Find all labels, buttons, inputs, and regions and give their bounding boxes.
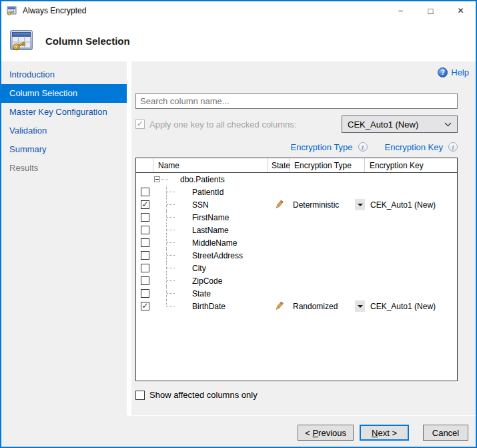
window-controls: – □ ✕ <box>386 1 476 20</box>
wizard-body: Introduction Column Selection Master Key… <box>1 61 476 415</box>
show-affected-checkbox[interactable] <box>135 391 145 400</box>
sidebar-item-master-key-configuration[interactable]: Master Key Configuration <box>1 103 127 122</box>
column-row-ssn[interactable]: SSN Deterministic <box>136 198 457 211</box>
column-name: StreetAddress <box>192 251 243 260</box>
row-checkbox[interactable] <box>141 289 149 298</box>
column-name: City <box>192 264 206 273</box>
column-name: FirstName <box>192 213 229 222</box>
tree-connector <box>166 198 175 211</box>
window-title: Always Encrypted <box>23 6 386 15</box>
wizard-footer: < Previous Next > Cancel <box>1 415 476 447</box>
cek-dropdown[interactable]: CEK_Auto1 (New) <box>342 116 458 133</box>
grid-header-encryption-key: Encryption Key <box>365 158 457 172</box>
sidebar-item-summary[interactable]: Summary <box>1 140 127 159</box>
grid-header-row: Name State Encryption Type Encryption Ke… <box>136 158 457 173</box>
tree-connector <box>166 262 175 274</box>
table-key-icon <box>9 28 35 53</box>
column-name: State <box>192 289 211 298</box>
column-row-state[interactable]: State <box>136 287 457 300</box>
previous-button[interactable]: < Previous <box>298 425 354 441</box>
show-affected-label: Show affected columns only <box>149 390 258 400</box>
cancel-button[interactable]: Cancel <box>423 425 468 441</box>
tree-connector <box>166 249 175 262</box>
encryption-type-dropdown-icon[interactable] <box>355 199 365 210</box>
encryption-key-link[interactable]: Encryption Key <box>385 142 443 152</box>
column-links-row: Encryption Type i Encryption Key i <box>135 141 458 153</box>
encryption-type-value[interactable]: Randomized <box>290 302 355 311</box>
encryption-type-value[interactable]: Deterministic <box>290 200 355 210</box>
row-checkbox[interactable] <box>141 213 149 222</box>
grid-header-encryption-type: Encryption Type <box>290 158 365 172</box>
sidebar-item-column-selection[interactable]: Column Selection <box>1 84 127 103</box>
close-button[interactable]: ✕ <box>446 1 476 20</box>
title-bar: Always Encrypted – □ ✕ <box>1 1 476 20</box>
row-checkbox[interactable] <box>141 188 149 196</box>
columns-grid: Name State Encryption Type Encryption Ke… <box>135 158 458 381</box>
table-group-label: dbo.Patients <box>180 175 225 184</box>
column-row-firstname[interactable]: FirstName <box>136 211 457 224</box>
row-checkbox[interactable] <box>141 302 149 310</box>
column-row-middlename[interactable]: MiddleName <box>136 236 457 249</box>
help-label: Help <box>451 67 469 77</box>
sidebar-item-introduction[interactable]: Introduction <box>1 65 127 84</box>
row-checkbox[interactable] <box>141 276 149 285</box>
column-row-lastname[interactable]: LastName <box>136 224 457 236</box>
pane-separator <box>127 61 131 415</box>
grid-header-state: State <box>268 158 290 172</box>
help-icon: ? <box>438 67 448 77</box>
row-checkbox[interactable] <box>141 264 149 272</box>
maximize-button[interactable]: □ <box>416 1 446 20</box>
always-encrypted-window: Always Encrypted – □ ✕ <box>0 0 477 448</box>
tree-connector <box>166 287 175 300</box>
tree-connector <box>166 224 175 236</box>
collapse-expander-icon[interactable] <box>154 176 160 182</box>
tree-connector <box>166 274 175 287</box>
encryption-type-info-icon[interactable]: i <box>358 142 368 152</box>
encryption-key-value[interactable]: CEK_Auto1 (New) <box>365 200 457 210</box>
column-name: ZipCode <box>192 276 222 286</box>
row-checkbox[interactable] <box>141 226 149 234</box>
next-button[interactable]: Next > <box>360 425 409 441</box>
search-column-input[interactable] <box>135 93 458 109</box>
column-row-birthdate[interactable]: BirthDate Randomized <box>136 300 457 312</box>
sidebar-item-results: Results <box>1 159 127 178</box>
cek-dropdown-value: CEK_Auto1 (New) <box>348 120 444 130</box>
encryption-key-value[interactable]: CEK_Auto1 (New) <box>365 302 457 311</box>
column-name: LastName <box>192 226 229 235</box>
tree-connector <box>166 300 175 312</box>
column-row-city[interactable]: City <box>136 262 457 274</box>
encryption-key-info-icon[interactable]: i <box>448 142 458 152</box>
show-affected-row: Show affected columns only <box>135 390 458 400</box>
apply-key-label: Apply one key to all checked columns: <box>149 120 296 130</box>
apply-key-row: Apply one key to all checked columns: CE… <box>135 116 458 133</box>
tree-connector <box>166 186 175 198</box>
pencil-state-icon <box>274 200 284 210</box>
apply-key-checkbox[interactable] <box>135 120 145 129</box>
encryption-type-dropdown-icon[interactable] <box>355 300 365 312</box>
wizard-steps-sidebar: Introduction Column Selection Master Key… <box>1 61 127 415</box>
column-row-streetaddress[interactable]: StreetAddress <box>136 249 457 262</box>
column-name: PatientId <box>192 188 223 197</box>
row-checkbox[interactable] <box>141 238 149 247</box>
column-row-zipcode[interactable]: ZipCode <box>136 274 457 287</box>
table-group-row: dbo.Patients <box>136 173 457 186</box>
grid-header-checkbox-column <box>136 158 153 172</box>
column-name: BirthDate <box>192 302 225 311</box>
tree-connector <box>166 236 175 249</box>
main-content: ? Help Apply one key to all checked colu… <box>131 61 476 415</box>
column-name: SSN <box>192 200 209 210</box>
pencil-state-icon <box>274 301 284 311</box>
minimize-button[interactable]: – <box>386 1 416 20</box>
help-link[interactable]: ? Help <box>438 67 469 77</box>
column-name: MiddleName <box>192 238 237 248</box>
sidebar-item-validation[interactable]: Validation <box>1 122 127 140</box>
wizard-header: Column Selection <box>1 20 476 61</box>
row-checkbox[interactable] <box>141 251 149 260</box>
column-row-patientid[interactable]: PatientId <box>136 186 457 198</box>
tree-connector <box>166 211 175 224</box>
grid-header-name: Name <box>153 158 268 172</box>
row-checkbox[interactable] <box>141 200 149 209</box>
page-title: Column Selection <box>45 35 130 47</box>
encryption-type-link[interactable]: Encryption Type <box>291 142 353 152</box>
app-icon <box>7 5 17 16</box>
